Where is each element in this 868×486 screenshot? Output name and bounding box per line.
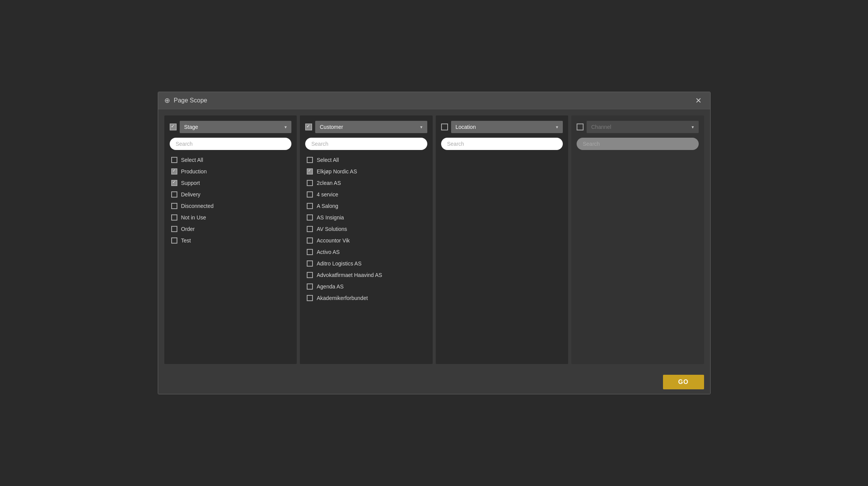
list-item[interactable]: Production: [170, 166, 292, 177]
items-list-customer: Select AllElkjøp Nordic AS2clean AS4 ser…: [305, 155, 427, 359]
item-checkbox-stage-4[interactable]: [171, 203, 177, 209]
item-label: Elkjøp Nordic AS: [317, 168, 357, 175]
header-left: ⊕ Page Scope: [164, 96, 207, 105]
item-checkbox-customer-8[interactable]: [307, 249, 313, 255]
search-input-customer[interactable]: [305, 138, 427, 150]
search-input-channel: [577, 138, 699, 150]
item-checkbox-customer-6[interactable]: [307, 226, 313, 232]
item-checkbox-customer-1[interactable]: [307, 168, 313, 175]
item-label: A Salong: [317, 203, 338, 209]
item-label: Production: [181, 168, 207, 175]
list-item[interactable]: Aditro Logistics AS: [305, 258, 427, 269]
list-item[interactable]: Elkjøp Nordic AS: [305, 166, 427, 177]
column-checkbox-location[interactable]: [441, 124, 448, 130]
list-item[interactable]: Select All: [170, 155, 292, 165]
modal-title: Page Scope: [174, 97, 207, 104]
go-button[interactable]: GO: [663, 375, 704, 389]
column-checkbox-channel[interactable]: [577, 124, 584, 130]
item-checkbox-stage-5[interactable]: [171, 214, 177, 221]
column-header-stage: Stage: [170, 121, 292, 133]
item-label: 4 service: [317, 191, 338, 198]
modal-overlay: ⊕ Page Scope ✕ StageSelect AllProduction…: [0, 0, 868, 486]
item-checkbox-stage-1[interactable]: [171, 168, 177, 175]
item-checkbox-customer-2[interactable]: [307, 180, 313, 186]
list-item[interactable]: Disconnected: [170, 201, 292, 211]
modal-footer: GO: [158, 370, 710, 394]
item-checkbox-customer-11[interactable]: [307, 283, 313, 290]
item-label: Akademikerforbundet: [317, 295, 368, 301]
column-channel: Channel: [571, 115, 704, 364]
column-header-location: Location: [441, 121, 563, 133]
item-label: AV Solutions: [317, 226, 347, 232]
list-item[interactable]: Activo AS: [305, 247, 427, 257]
column-customer: CustomerSelect AllElkjøp Nordic AS2clean…: [300, 115, 433, 364]
column-dropdown-stage[interactable]: Stage: [180, 121, 292, 133]
list-item[interactable]: 4 service: [305, 189, 427, 200]
item-label: 2clean AS: [317, 180, 341, 186]
list-item[interactable]: Order: [170, 224, 292, 234]
column-header-customer: Customer: [305, 121, 427, 133]
list-item[interactable]: Not in Use: [170, 212, 292, 223]
item-label: Select All: [317, 157, 339, 163]
list-item[interactable]: Agenda AS: [305, 281, 427, 292]
column-header-channel: Channel: [577, 121, 699, 133]
item-checkbox-stage-7[interactable]: [171, 237, 177, 244]
item-label: Agenda AS: [317, 283, 344, 290]
item-label: Disconnected: [181, 203, 214, 209]
item-label: Accountor Vik: [317, 237, 350, 244]
modal-header: ⊕ Page Scope ✕: [158, 92, 710, 109]
search-input-location[interactable]: [441, 138, 563, 150]
item-checkbox-stage-3[interactable]: [171, 191, 177, 198]
list-item[interactable]: Advokatfirmaet Haavind AS: [305, 270, 427, 280]
items-list-stage: Select AllProductionSupportDeliveryDisco…: [170, 155, 292, 359]
item-label: AS Insignia: [317, 214, 344, 221]
item-checkbox-stage-6[interactable]: [171, 226, 177, 232]
item-checkbox-customer-12[interactable]: [307, 295, 313, 301]
item-checkbox-customer-9[interactable]: [307, 260, 313, 267]
scope-icon: ⊕: [164, 96, 170, 105]
column-checkbox-customer[interactable]: [305, 124, 312, 130]
item-label: Select All: [181, 157, 203, 163]
close-button[interactable]: ✕: [693, 96, 704, 105]
list-item[interactable]: A Salong: [305, 201, 427, 211]
item-checkbox-customer-5[interactable]: [307, 214, 313, 221]
column-dropdown-location[interactable]: Location: [451, 121, 563, 133]
column-dropdown-channel: Channel: [587, 121, 699, 133]
item-checkbox-customer-0[interactable]: [307, 157, 313, 163]
item-label: Aditro Logistics AS: [317, 260, 362, 267]
list-item[interactable]: Test: [170, 235, 292, 246]
column-checkbox-stage[interactable]: [170, 124, 177, 130]
item-checkbox-customer-10[interactable]: [307, 272, 313, 278]
list-item[interactable]: Support: [170, 178, 292, 188]
item-label: Advokatfirmaet Haavind AS: [317, 272, 382, 278]
item-label: Activo AS: [317, 249, 340, 255]
item-checkbox-stage-2[interactable]: [171, 180, 177, 186]
list-item[interactable]: Accountor Vik: [305, 235, 427, 246]
column-dropdown-customer[interactable]: Customer: [315, 121, 427, 133]
list-item[interactable]: Select All: [305, 155, 427, 165]
item-label: Order: [181, 226, 195, 232]
list-item[interactable]: Akademikerforbundet: [305, 293, 427, 303]
item-label: Support: [181, 180, 200, 186]
item-label: Delivery: [181, 191, 201, 198]
item-checkbox-customer-7[interactable]: [307, 237, 313, 244]
item-checkbox-customer-3[interactable]: [307, 191, 313, 198]
column-location: Location: [436, 115, 569, 364]
list-item[interactable]: 2clean AS: [305, 178, 427, 188]
page-scope-modal: ⊕ Page Scope ✕ StageSelect AllProduction…: [158, 92, 711, 394]
modal-body: StageSelect AllProductionSupportDelivery…: [158, 109, 710, 370]
item-checkbox-customer-4[interactable]: [307, 203, 313, 209]
item-label: Test: [181, 237, 191, 244]
list-item[interactable]: AV Solutions: [305, 224, 427, 234]
list-item[interactable]: Delivery: [170, 189, 292, 200]
column-stage: StageSelect AllProductionSupportDelivery…: [164, 115, 297, 364]
item-label: Not in Use: [181, 214, 206, 221]
item-checkbox-stage-0[interactable]: [171, 157, 177, 163]
search-input-stage[interactable]: [170, 138, 292, 150]
list-item[interactable]: AS Insignia: [305, 212, 427, 223]
